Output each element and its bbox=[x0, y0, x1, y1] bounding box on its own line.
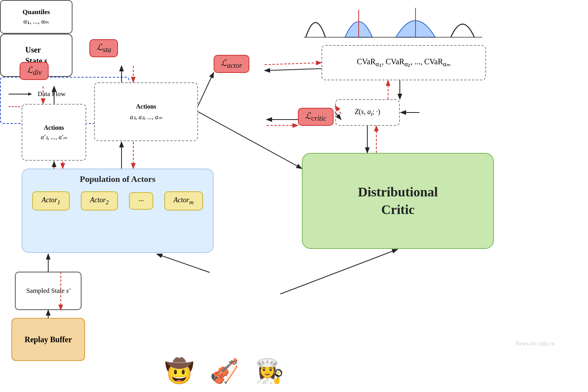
replay-buffer-label: Replay Buffer bbox=[25, 334, 72, 345]
l-sta-label: ℒsta bbox=[96, 42, 111, 54]
svg-line-18 bbox=[198, 112, 302, 169]
data-flow-arrow-icon bbox=[9, 91, 32, 97]
l-div-label: ℒdiv bbox=[27, 65, 42, 77]
svg-line-29 bbox=[280, 249, 397, 294]
actorm-box: Actorm bbox=[164, 191, 203, 211]
actions-center-box: Actionsa₁, a₂, ..., aₘ bbox=[94, 82, 198, 141]
distribution-curves bbox=[298, 4, 490, 41]
actor-dots: ··· bbox=[129, 192, 153, 210]
pop-actors-label: Population of Actors bbox=[80, 174, 155, 184]
cvar-box: CVaRα₁, CVaRα₂, ..., CVaRαₘ bbox=[321, 45, 486, 80]
actor2-box: Actor2 bbox=[81, 191, 118, 211]
z-box: Z(s, ai; ·) bbox=[335, 99, 400, 126]
l-actor-label: ℒactor bbox=[221, 58, 242, 70]
svg-line-30 bbox=[157, 254, 210, 272]
data-flow-label: Data Flow bbox=[38, 90, 65, 98]
svg-marker-4 bbox=[28, 93, 32, 96]
svg-line-20 bbox=[265, 63, 321, 65]
cvar-label: CVaRα₁, CVaRα₂, ..., CVaRαₘ bbox=[357, 57, 451, 68]
l-critic-box: ℒcritic bbox=[298, 108, 334, 126]
user-icon-1: 🤠 bbox=[165, 357, 194, 385]
watermark: News.ruc.edu.cn bbox=[515, 340, 555, 347]
sampled-state-label: Sampled State s' bbox=[26, 287, 70, 295]
quantiles-label: Quantilesα₁, ..., αₘ bbox=[23, 7, 50, 26]
z-label: Z(s, ai; ·) bbox=[355, 108, 380, 118]
dist-critic-box: DistributionalCritic bbox=[302, 153, 494, 249]
user-icons-group: 🤠 🎻 👩‍🍳 bbox=[165, 357, 284, 385]
dist-critic-label: DistributionalCritic bbox=[358, 183, 438, 218]
l-critic-label: ℒcritic bbox=[305, 111, 327, 123]
l-sta-box: ℒsta bbox=[89, 39, 118, 57]
actions-left-label: Actionsa'₁, ..., a'ₘ bbox=[41, 123, 67, 142]
actions-center-label: Actionsa₁, a₂, ..., aₘ bbox=[130, 101, 162, 122]
l-actor-box: ℒactor bbox=[214, 55, 249, 73]
svg-line-19 bbox=[198, 73, 214, 106]
actor1-box: Actor1 bbox=[32, 191, 70, 211]
actions-left-box: Actionsa'₁, ..., a'ₘ bbox=[22, 104, 86, 161]
main-diagram: Replay Buffer Sampled State s' Populatio… bbox=[0, 0, 588, 392]
quantiles-box: Quantilesα₁, ..., αₘ bbox=[0, 0, 73, 34]
population-actors-box: Population of Actors Actor1 Actor2 ··· A… bbox=[22, 169, 214, 253]
replay-buffer-box: Replay Buffer bbox=[11, 318, 85, 361]
user-icon-2: 🎻 bbox=[210, 357, 239, 385]
l-div-box: ℒdiv bbox=[20, 62, 49, 80]
user-icon-3: 👩‍🍳 bbox=[255, 357, 284, 385]
actors-row: Actor1 Actor2 ··· Actorm bbox=[32, 191, 203, 211]
svg-line-21 bbox=[265, 69, 321, 71]
sampled-state-box: Sampled State s' bbox=[15, 272, 82, 310]
